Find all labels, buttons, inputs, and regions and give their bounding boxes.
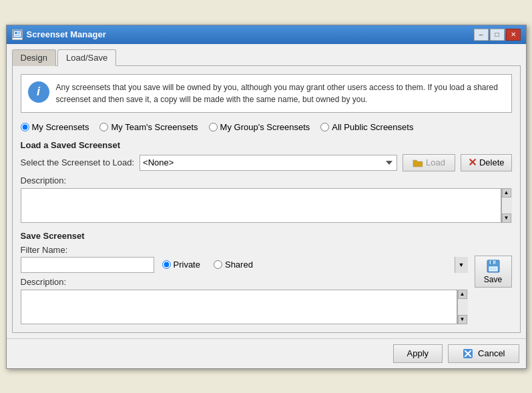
maximize-button[interactable]: □ [490,29,505,41]
app-icon [12,29,23,40]
titlebar-controls: – □ ✕ [474,29,521,41]
save-scroll-down-arrow[interactable]: ▼ [458,315,467,324]
delete-button[interactable]: ✕ Delete [461,154,512,171]
titlebar-left: Screenset Manager [12,29,106,40]
filter-name-row: Filter Name: ▼ Private [21,245,468,273]
save-scroll-up-arrow[interactable]: ▲ [458,290,467,299]
floppy-icon [486,259,501,274]
cancel-button[interactable]: Cancel [448,344,519,363]
save-description-label: Description: [21,277,468,287]
save-description-container: ▲ ▼ [21,290,468,324]
load-section: Load a Saved Screenset Select the Screen… [21,140,512,223]
cancel-icon [462,348,474,360]
info-box: i Any screensets that you save will be o… [21,74,512,113]
radio-private[interactable]: Private [162,260,200,270]
save-btn-label: Save [484,275,502,284]
info-icon: i [28,81,49,103]
save-main-row: Filter Name: ▼ Private [21,245,512,324]
save-description-scrollbar: ▲ ▼ [457,290,468,324]
save-button-wrap: Save [475,256,512,288]
footer: Apply Cancel [7,338,526,368]
window-title: Screenset Manager [27,29,106,39]
titlebar: Screenset Manager – □ ✕ [7,25,526,44]
radio-shared-label: Shared [225,260,253,270]
select-label: Select the Screenset to Load: [21,157,135,167]
filter-name-label: Filter Name: [21,245,468,255]
load-description-label: Description: [21,175,512,185]
save-left-col: Filter Name: ▼ Private [21,245,468,324]
filter-input-wrap: ▼ Private Shared [21,257,468,273]
window-body: Design Load/Save i Any screensets that y… [7,44,526,338]
screenset-manager-window: Screenset Manager – □ ✕ Design Load/Save… [6,25,527,369]
filter-name-input[interactable] [21,257,154,273]
delete-icon: ✕ [468,157,477,168]
save-section: Save Screenset Filter Name: ▼ [21,231,512,324]
load-description-scrollbar: ▲ ▼ [501,188,512,223]
cancel-btn-label: Cancel [478,348,505,358]
select-screenset-row: Select the Screenset to Load: <None> Loa… [21,154,512,171]
svg-rect-4 [15,35,20,35]
screenset-select[interactable]: <None> [140,155,397,171]
radio-group-screensets-label: My Group's Screensets [220,122,310,132]
svg-rect-9 [490,268,497,270]
radio-my-screensets-label: My Screensets [32,122,89,132]
minimize-button[interactable]: – [474,29,489,41]
radio-private-label: Private [174,260,200,270]
svg-rect-3 [18,33,20,34]
info-text: Any screensets that you save will be own… [56,81,505,105]
load-btn-label: Load [426,157,445,167]
folder-icon [413,158,423,167]
save-description-textarea[interactable] [21,290,457,324]
load-section-title: Load a Saved Screenset [21,140,512,150]
svg-rect-1 [15,32,17,34]
tab-design[interactable]: Design [12,49,56,66]
delete-btn-label: Delete [479,157,505,167]
radio-team-screensets-label: My Team's Screensets [111,122,198,132]
scroll-down-arrow[interactable]: ▼ [502,214,511,223]
radio-team-screensets[interactable]: My Team's Screensets [99,122,198,132]
radio-group-screensets[interactable]: My Group's Screensets [209,122,310,132]
tab-loadsave[interactable]: Load/Save [57,49,116,66]
apply-button[interactable]: Apply [393,344,443,363]
load-button[interactable]: Load [403,154,455,171]
close-button[interactable]: ✕ [506,29,521,41]
visibility-radio-group: Private Shared [162,260,253,270]
apply-btn-label: Apply [407,348,429,358]
scroll-up-arrow[interactable]: ▲ [502,188,511,198]
svg-rect-7 [491,260,493,264]
radio-my-screensets[interactable]: My Screensets [21,122,89,132]
tab-content-loadsave: i Any screensets that you save will be o… [12,65,521,333]
load-description-textarea[interactable] [21,188,501,223]
radio-public-screensets[interactable]: All Public Screensets [320,122,413,132]
radio-shared[interactable]: Shared [214,260,253,270]
load-description-container: ▲ ▼ [21,188,512,223]
svg-rect-2 [18,32,20,33]
save-button[interactable]: Save [475,256,512,288]
tab-bar: Design Load/Save [12,49,521,66]
screenset-scope-radio-group: My Screensets My Team's Screensets My Gr… [21,122,512,132]
filter-dropdown-arrow[interactable]: ▼ [455,257,468,273]
radio-public-screensets-label: All Public Screensets [332,122,413,132]
save-section-title: Save Screenset [21,231,512,241]
